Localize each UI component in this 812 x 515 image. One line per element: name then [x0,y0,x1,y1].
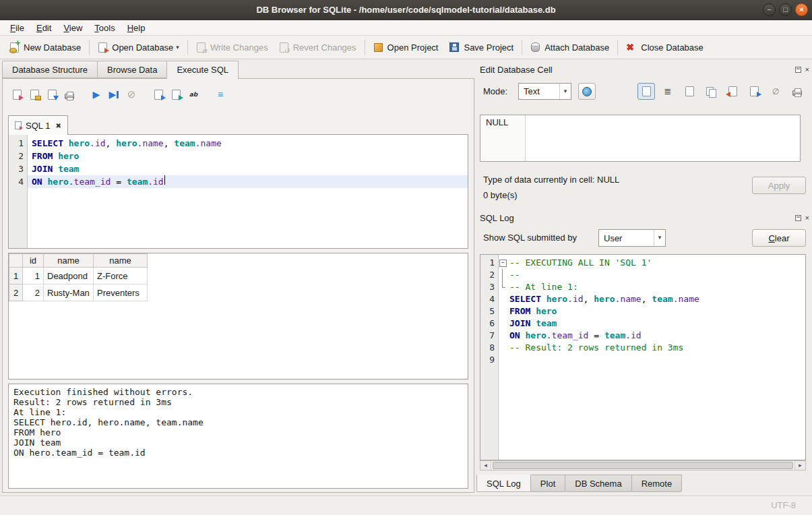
execute-all-button[interactable]: ▶ [88,86,105,102]
execute-current-line-button[interactable]: ▶ [105,86,123,102]
save-sql-file-button[interactable] [43,86,61,102]
stop-execution-button[interactable]: ⊘ [123,86,140,102]
scrollbar-thumb[interactable] [493,462,793,469]
menu-help[interactable]: Help [121,22,152,34]
column-header[interactable]: id [23,254,44,268]
print-sql-button[interactable] [61,86,78,102]
open-sql-file-button[interactable] [26,86,43,102]
cell[interactable]: Rusty-Man [44,284,94,301]
sql-tab[interactable]: SQL 1 ✖ [8,115,68,135]
close-tab-icon[interactable]: ✖ [55,122,61,129]
revert-changes-button[interactable]: Revert Changes [274,38,362,57]
cell[interactable]: Z-Force [94,268,148,284]
write-changes-button[interactable]: Write Changes [191,38,274,57]
close-panel-icon[interactable]: × [805,67,809,73]
scroll-left-icon[interactable]: ◂ [480,461,491,470]
column-header[interactable]: name [44,254,94,268]
log-line: 2 -- [480,269,805,281]
float-panel-icon[interactable] [795,215,801,221]
fold-marker-icon[interactable] [498,257,507,269]
table-row: 2 2 Rusty-Man Preventers [9,284,148,301]
menu-file[interactable]: File [4,22,30,34]
tab-execute-sql[interactable]: Execute SQL [166,61,239,79]
copy-button[interactable] [702,83,720,100]
new-database-button[interactable]: New Database [4,38,86,57]
open-database-caret-icon[interactable]: ▾ [176,44,179,51]
attach-database-icon [531,42,540,52]
log-line: 1 -- EXECUTING ALL IN 'SQL 1' [480,257,805,269]
sql-tab-label: SQL 1 [26,121,50,131]
copy-icon [706,87,716,96]
row-header[interactable]: 2 [9,284,23,301]
cell-size-info: 0 byte(s) [483,190,518,200]
cell-editor[interactable]: NULL [480,115,801,162]
mode-select[interactable]: Text ▾ [518,83,571,100]
open-database-button[interactable]: Open Database ▾ [92,38,185,57]
corner-header [9,254,23,268]
column-header[interactable]: name [94,254,148,268]
sql-log-view[interactable]: 1 -- EXECUTING ALL IN 'SQL 1' 2 -- 3 -- … [480,254,806,460]
tab-db-schema[interactable]: DB Schema [565,475,631,492]
attach-database-button[interactable]: Attach Database [525,38,615,57]
cell[interactable]: Preventers [94,284,148,301]
close-window-button[interactable]: × [795,3,808,16]
export-icon [750,86,759,96]
sql-file-icon [15,121,22,129]
new-sql-tab-button[interactable] [8,86,26,102]
log-line: 9 [480,354,805,366]
tab-sql-log[interactable]: SQL Log [476,475,531,492]
execute-all-icon: ▶ [93,89,100,100]
format-sql-button[interactable]: ≡ [212,86,229,102]
sql-editor[interactable]: 1 SELECT hero.id, hero.name, team.name 2… [8,134,468,249]
tab-browse-data[interactable]: Browse Data [97,61,167,78]
text-cursor [164,175,165,185]
menu-view[interactable]: View [57,22,88,34]
close-database-button[interactable]: ✖ Close Database [621,38,709,57]
new-sql-tab-icon [13,90,22,100]
print-icon [65,94,74,99]
open-project-button[interactable]: Open Project [368,38,444,57]
titlebar[interactable]: DB Browser for SQLite - /home/user/code/… [0,0,812,20]
word-wrap-button[interactable]: ≣ [659,83,677,100]
float-panel-icon[interactable] [795,67,801,73]
right-panel: Edit Database Cell × Mode: Text ▾ ≣ ∅ [476,61,812,495]
open-in-editor-button[interactable] [681,83,698,100]
row-header[interactable]: 1 [9,268,23,284]
menu-tools[interactable]: Tools [88,22,121,34]
open-sql-file-icon [30,90,39,100]
set-null-button[interactable]: ∅ [767,83,784,100]
print-cell-button[interactable] [788,83,806,100]
tab-plot[interactable]: Plot [530,475,565,492]
save-results-button[interactable] [167,86,185,102]
toolbar-separator [89,40,90,55]
scroll-right-icon[interactable]: ▸ [794,461,805,470]
text-document-icon [642,86,651,96]
maximize-button[interactable]: □ [779,3,792,16]
export-results-button[interactable] [150,86,167,102]
cell[interactable]: Deadpond [44,268,94,284]
submitter-select[interactable]: User ▾ [598,229,666,247]
minimize-button[interactable]: − [763,3,776,16]
apply-button[interactable]: Apply [752,177,806,194]
cell[interactable]: 1 [23,268,44,284]
horizontal-scrollbar[interactable]: ◂ ▸ [480,460,806,471]
save-project-button[interactable]: Save Project [443,38,519,57]
find-replace-button[interactable]: ab [185,86,202,102]
set-null-icon: ∅ [772,86,779,97]
text-mode-button[interactable] [637,83,655,100]
cell[interactable]: 2 [23,284,44,301]
line-number: 2 [9,150,27,162]
close-panel-icon[interactable]: × [805,215,809,221]
clear-log-button[interactable]: Clear [752,229,806,247]
tab-remote[interactable]: Remote [631,475,683,492]
execute-current-line-bar [117,91,119,98]
tab-database-structure[interactable]: Database Structure [2,61,98,78]
auto-detect-button[interactable] [578,83,596,100]
import-icon [728,86,737,96]
export-to-file-button[interactable] [745,83,763,100]
menu-edit[interactable]: Edit [30,22,57,34]
import-from-file-button[interactable] [724,83,741,100]
cell-value: NULL [480,115,526,161]
chevron-down-icon: ▾ [559,84,571,99]
code-line: 3 JOIN team [9,162,468,175]
